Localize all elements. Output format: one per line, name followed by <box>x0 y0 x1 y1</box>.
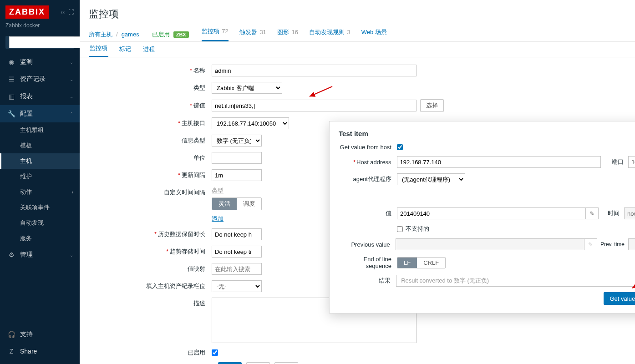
nav-monitoring[interactable]: ◉监测⌄ <box>0 53 80 71</box>
sub-hosts[interactable]: 主机 <box>0 153 80 169</box>
interval-type-segment[interactable]: 灵活调度 <box>212 197 262 210</box>
agent-select[interactable]: (无agent代理程序) <box>397 173 465 185</box>
unit-field[interactable] <box>212 152 262 164</box>
inventory-select[interactable]: -无- <box>212 280 262 292</box>
get-value-and-test-button[interactable]: Get value and test <box>604 292 635 305</box>
ftab-item[interactable]: 监控项 <box>89 40 108 57</box>
sidebar-collapse-icon[interactable]: ‹‹ <box>61 9 65 15</box>
wrench-icon: 🔧 <box>6 110 16 117</box>
badge-zbx: ZBX <box>173 31 189 38</box>
chevron-down-icon: ⌄ <box>70 60 73 65</box>
key-field[interactable] <box>212 100 417 111</box>
test-item-modal: ✕ Test item Get value from host *Host ad… <box>329 121 635 313</box>
result-box: Result converted to 数字 (无正负)201409140 <box>396 275 635 287</box>
chevron-down-icon: ⌄ <box>70 94 73 99</box>
cancel-button[interactable]: 取消 <box>274 362 298 364</box>
ftab-tags[interactable]: 标记 <box>118 41 132 57</box>
ftab-preprocessing[interactable]: 进程 <box>142 41 156 57</box>
list-icon: ☰ <box>6 76 16 83</box>
nav-configuration[interactable]: 🔧配置⌃ <box>0 105 80 122</box>
sidebar-search[interactable] <box>5 36 74 49</box>
sidebar: ZABBIX ‹‹ ⛶ Zabbix docker ◉监测⌄ ☰资产记录⌄ ▥报… <box>0 0 80 364</box>
hostif-select[interactable]: 192.168.77.140:10050 <box>212 117 289 129</box>
sub-maintenance[interactable]: 维护 <box>0 169 80 184</box>
tab-items[interactable]: 监控项 72 <box>202 27 229 41</box>
sub-discovery[interactable]: 自动发现 <box>0 215 80 231</box>
gear-icon: ⚙ <box>6 251 16 258</box>
tab-discovery[interactable]: 自动发现规则 3 <box>309 28 351 41</box>
nav-administration[interactable]: ⚙管理⌄ <box>0 246 80 263</box>
sub-hostgroups[interactable]: 主机群组 <box>0 122 80 138</box>
chevron-down-icon: ⌄ <box>70 77 73 82</box>
status-enabled: 已启用 <box>152 30 170 39</box>
bc-host[interactable]: games <box>122 31 139 38</box>
enabled-checkbox[interactable] <box>212 349 218 356</box>
valuemap-field[interactable] <box>212 263 262 275</box>
bc-all-hosts[interactable]: 所有主机 <box>89 30 112 39</box>
headset-icon: 🎧 <box>6 331 16 338</box>
nav-reports[interactable]: ▥报表⌄ <box>0 88 80 105</box>
nav-inventory[interactable]: ☰资产记录⌄ <box>0 71 80 88</box>
chevron-right-icon: › <box>72 190 73 195</box>
history-field[interactable] <box>212 228 262 240</box>
select-key-button[interactable]: 选择 <box>420 99 444 112</box>
add-button[interactable]: 添加 <box>218 362 242 364</box>
name-field[interactable] <box>212 65 417 76</box>
type-select[interactable]: Zabbix 客户端 <box>212 82 282 94</box>
bar-chart-icon: ▥ <box>6 93 16 100</box>
edit-icon[interactable]: ✎ <box>586 207 599 219</box>
port-field[interactable] <box>628 156 635 168</box>
server-name: Zabbix docker <box>5 22 74 29</box>
footer-support[interactable]: 🎧支持 <box>0 326 80 343</box>
eol-segment[interactable]: LFCRLF <box>397 257 446 268</box>
z-icon: Z <box>6 348 16 355</box>
interval-field[interactable] <box>212 169 262 181</box>
chevron-up-icon: ⌃ <box>70 111 73 116</box>
test-button[interactable]: 测试 <box>246 362 270 364</box>
prev-time-field <box>628 238 635 250</box>
get-from-host-checkbox[interactable] <box>397 144 403 150</box>
tab-graphs[interactable]: 图形 16 <box>277 28 298 41</box>
infotype-select[interactable]: 数字 (无正负) <box>212 135 262 147</box>
modal-title: Test item <box>339 130 635 137</box>
sidebar-fullscreen-icon[interactable]: ⛶ <box>68 9 74 15</box>
host-address-field[interactable] <box>397 156 601 168</box>
chevron-down-icon: ⌄ <box>70 253 73 258</box>
sub-services[interactable]: 服务 <box>0 231 80 246</box>
logo: ZABBIX <box>5 5 49 19</box>
value-field[interactable] <box>397 207 586 219</box>
eye-icon: ◉ <box>6 58 16 66</box>
edit-icon: ✎ <box>584 238 597 250</box>
time-field <box>624 207 635 219</box>
page-title: 监控项 <box>89 7 626 21</box>
breadcrumb: 所有主机 / games 已启用 ZBX 监控项 72 触发器 31 图形 16… <box>80 23 635 42</box>
unsupported-checkbox[interactable] <box>397 226 403 232</box>
tab-triggers[interactable]: 触发器 31 <box>239 28 266 41</box>
prev-value-field <box>396 238 584 250</box>
tab-web[interactable]: Web 场景 <box>361 28 387 41</box>
sub-templates[interactable]: 模板 <box>0 138 80 153</box>
sub-correlation[interactable]: 关联项事件 <box>0 200 80 215</box>
add-interval-link[interactable]: 添加 <box>212 215 224 222</box>
trend-field[interactable] <box>212 246 262 258</box>
sub-actions[interactable]: 动作› <box>0 184 80 200</box>
footer-share[interactable]: ZShare <box>0 343 80 359</box>
